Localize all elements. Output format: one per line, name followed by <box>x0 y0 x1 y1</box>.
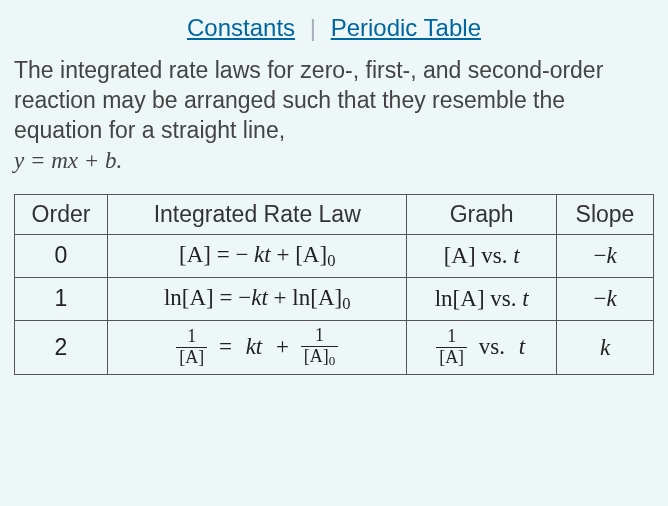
intro-paragraph: The integrated rate laws for zero-, firs… <box>14 56 654 176</box>
cell-graph: 1[A] vs. t <box>407 320 557 374</box>
header-slope: Slope <box>557 194 654 234</box>
header-law: Integrated Rate Law <box>108 194 407 234</box>
table-row: 2 1[A] = kt + 1[A]0 1[A] vs. t <box>15 320 654 374</box>
cell-law: 1[A] = kt + 1[A]0 <box>108 320 407 374</box>
header-graph: Graph <box>407 194 557 234</box>
rate-law-table: Order Integrated Rate Law Graph Slope 0 … <box>14 194 654 375</box>
table-row: 1 ln[A] = −kt + ln[A]0 ln[A] vs. t −k <box>15 277 654 320</box>
cell-law: [A] = − kt + [A]0 <box>108 234 407 277</box>
cell-order: 0 <box>15 234 108 277</box>
cell-graph: [A] vs. t <box>407 234 557 277</box>
link-separator: | <box>302 14 324 41</box>
header-order: Order <box>15 194 108 234</box>
periodic-table-link[interactable]: Periodic Table <box>331 14 481 41</box>
cell-graph: ln[A] vs. t <box>407 277 557 320</box>
cell-slope: −k <box>557 234 654 277</box>
intro-equation: y = mx + b. <box>14 148 122 173</box>
cell-slope: −k <box>557 277 654 320</box>
top-links: Constants | Periodic Table <box>14 10 654 56</box>
cell-order: 2 <box>15 320 108 374</box>
table-header-row: Order Integrated Rate Law Graph Slope <box>15 194 654 234</box>
constants-link[interactable]: Constants <box>187 14 295 41</box>
content-panel: Constants | Periodic Table The integrate… <box>0 0 668 395</box>
cell-order: 1 <box>15 277 108 320</box>
cell-law: ln[A] = −kt + ln[A]0 <box>108 277 407 320</box>
table-row: 0 [A] = − kt + [A]0 [A] vs. t −k <box>15 234 654 277</box>
intro-text: The integrated rate laws for zero-, firs… <box>14 57 603 143</box>
cell-slope: k <box>557 320 654 374</box>
